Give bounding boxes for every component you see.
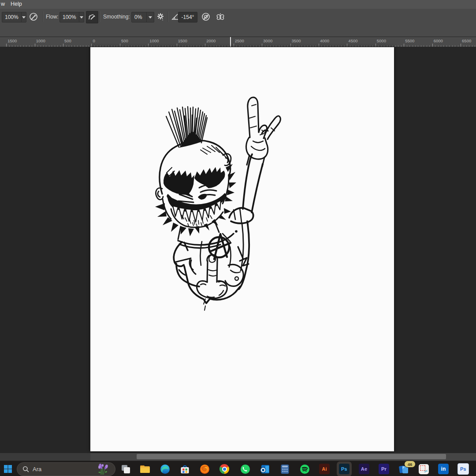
taskbar: Ara [0, 461, 476, 476]
edge-icon [160, 464, 170, 474]
flow-label: Flow: [46, 9, 59, 25]
opacity-value: 100% [2, 14, 21, 20]
photoshop-beta-button[interactable]: Ps [457, 463, 469, 475]
chrome-icon [219, 464, 229, 474]
after-effects-icon: Ae [359, 464, 369, 474]
linkedin-icon: in [438, 464, 449, 474]
menu-item-window-partial[interactable]: w [1, 1, 5, 7]
scissors-icon: ✂ [423, 468, 429, 474]
ruler[interactable]: 1500100050005001000150020002500300035004… [0, 37, 476, 47]
canvas-area[interactable] [0, 47, 476, 453]
start-button[interactable] [2, 463, 14, 475]
options-bar: 100% Flow: 100% Smoothing: 0% [0, 9, 476, 25]
gear-icon[interactable] [155, 11, 166, 22]
smoothing-value: 0% [132, 14, 146, 20]
pressure-opacity-icon[interactable] [28, 11, 39, 22]
scrollbar-thumb[interactable] [137, 454, 446, 459]
document-tab-band [0, 25, 476, 37]
paint-symmetry-butterfly-icon[interactable] [215, 11, 226, 22]
smoothing-label: Smoothing: [103, 9, 130, 25]
menu-item-help[interactable]: Help [11, 1, 22, 7]
photoshop-button[interactable]: Ps [338, 463, 350, 475]
search-highlight-flower-icon [95, 463, 111, 475]
calculator-button[interactable] [279, 463, 290, 475]
task-view-button[interactable] [120, 463, 131, 475]
photoshop-screen: w Help 100% Flow: 100% Smoothing: [0, 0, 476, 476]
spotify-button[interactable] [299, 463, 310, 475]
punk-sketch-artwork [90, 47, 394, 451]
horizontal-scrollbar[interactable] [0, 453, 476, 461]
photoshop-beta-icon: Ps [457, 463, 469, 475]
search-icon [22, 466, 29, 472]
chrome-button[interactable] [219, 463, 230, 475]
file-explorer-button[interactable] [139, 463, 151, 475]
illustrator-icon: Ai [319, 464, 330, 474]
firefox-button[interactable] [199, 463, 210, 475]
edge-button[interactable] [159, 463, 171, 475]
linkedin-button[interactable]: in [438, 463, 449, 475]
whatsapp-button[interactable] [239, 463, 251, 475]
outlook-button[interactable] [259, 463, 271, 475]
task-view-icon [121, 464, 130, 474]
opacity-dropdown[interactable]: 100% [2, 12, 26, 22]
windows-logo-icon [4, 465, 12, 473]
after-effects-button[interactable]: Ae [358, 463, 370, 475]
pressure-size-icon[interactable] [201, 11, 211, 22]
calculator-icon [280, 464, 290, 474]
folder-icon [140, 464, 150, 474]
search-text: Ara [33, 466, 41, 472]
snipping-tool-button[interactable]: ✂ [418, 463, 429, 475]
flow-value: 100% [60, 14, 79, 20]
store-icon [180, 464, 190, 474]
search-input[interactable]: Ara [17, 462, 115, 476]
premiere-button[interactable]: Pr [378, 463, 390, 475]
chevron-down-icon [146, 12, 154, 22]
notification-badge: 46 [404, 461, 416, 468]
menu-bar: w Help [0, 0, 476, 9]
phone-link-button[interactable]: 46 [398, 463, 409, 475]
photoshop-icon: Ps [339, 464, 350, 474]
smoothing-dropdown[interactable]: 0% [131, 12, 154, 22]
spotify-icon [300, 464, 310, 474]
whatsapp-icon [240, 464, 250, 474]
brush-angle-input[interactable]: -154° [178, 12, 197, 22]
illustrator-button[interactable]: Ai [319, 463, 330, 475]
document-canvas[interactable] [90, 47, 394, 451]
microsoft-store-button[interactable] [179, 463, 190, 475]
chevron-down-icon [79, 12, 84, 22]
chevron-down-icon [21, 12, 26, 22]
snipping-tool-icon: ✂ [419, 464, 429, 474]
firefox-icon [200, 464, 210, 474]
airbrush-toggle-icon[interactable] [86, 11, 98, 23]
flow-dropdown[interactable]: 100% [60, 12, 84, 22]
outlook-icon [260, 464, 270, 474]
premiere-icon: Pr [379, 464, 389, 474]
